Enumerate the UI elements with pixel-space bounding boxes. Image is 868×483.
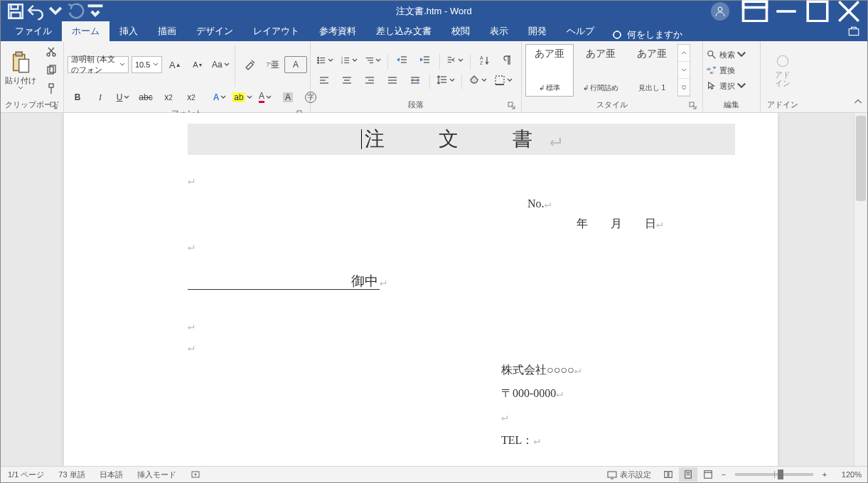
style-heading1[interactable]: あア亜 見出し 1	[628, 44, 676, 97]
ribbon-collapse-button[interactable]	[853, 97, 863, 109]
status-page[interactable]: 1/1 ページ	[1, 470, 51, 480]
svg-point-85	[777, 55, 788, 66]
redo-button[interactable]	[66, 2, 85, 21]
subscript-button[interactable]: x2	[158, 89, 179, 106]
macro-record-icon[interactable]	[183, 469, 208, 480]
ribbon-display-button[interactable]	[739, 1, 771, 22]
styles-gallery-scroll[interactable]	[677, 44, 690, 97]
tab-view[interactable]: 表示	[480, 21, 518, 41]
status-lang[interactable]: 日本語	[92, 470, 130, 480]
tab-design[interactable]: デザイン	[186, 21, 243, 41]
status-bar: 1/1 ページ 73 単語 日本語 挿入モード 表示設定 − + 120%	[1, 466, 867, 482]
undo-dropdown[interactable]	[46, 2, 65, 21]
decrease-indent-button[interactable]	[392, 52, 413, 69]
tab-references[interactable]: 参考資料	[309, 21, 366, 41]
strikethrough-button[interactable]: abc	[135, 89, 156, 106]
bold-button[interactable]: B	[67, 89, 88, 106]
format-painter-button[interactable]	[42, 82, 60, 96]
justify-button[interactable]	[382, 72, 403, 89]
distribute-button[interactable]	[404, 72, 426, 89]
onchu-line[interactable]: 御中↵	[188, 272, 387, 290]
style-normal[interactable]: あア亜 ↲ 標準	[525, 44, 574, 97]
align-center-button[interactable]	[336, 72, 358, 89]
tab-mailings[interactable]: 差し込み文書	[366, 21, 441, 41]
svg-rect-93	[704, 471, 712, 479]
styles-launcher[interactable]	[689, 102, 697, 110]
borders-button[interactable]	[491, 72, 515, 89]
find-button[interactable]: 検索	[707, 48, 756, 62]
align-right-button[interactable]	[359, 72, 380, 89]
clear-format-button[interactable]	[239, 56, 260, 73]
increase-indent-button[interactable]	[414, 52, 436, 69]
tab-developer[interactable]: 開発	[518, 21, 557, 41]
style-nospacing[interactable]: あア亜 ↲ 行間詰め	[577, 44, 625, 97]
print-layout-button[interactable]	[679, 467, 697, 482]
scroll-thumb[interactable]	[856, 116, 866, 201]
read-mode-button[interactable]	[659, 467, 677, 482]
tab-insert[interactable]: 挿入	[109, 21, 148, 41]
save-button[interactable]	[6, 2, 25, 21]
shrink-font-button[interactable]: A▼	[187, 56, 208, 73]
phonetic-guide-button[interactable]: ア亜	[262, 56, 283, 73]
tab-file[interactable]: ファイル	[5, 21, 62, 41]
close-button[interactable]	[833, 1, 864, 22]
multilevel-button[interactable]	[362, 52, 385, 69]
tab-home[interactable]: ホーム	[62, 21, 109, 41]
document-area[interactable]: 注 文 書↵ ↵ No.↵ 年 月 日↵ ↵ 御中↵ ↵ ↵ 株式会社○○○○↵…	[1, 113, 867, 466]
zoom-in-button[interactable]: +	[819, 469, 830, 480]
maximize-button[interactable]	[802, 1, 833, 22]
account-avatar[interactable]	[711, 2, 729, 21]
bullets-button[interactable]	[314, 52, 336, 69]
line-spacing-button[interactable]	[434, 72, 458, 89]
group-paragraph: 123 AZ	[311, 41, 522, 112]
font-size-combo[interactable]: 10.5	[132, 56, 162, 73]
web-layout-button[interactable]	[699, 467, 717, 482]
minimize-button[interactable]	[771, 1, 802, 22]
svg-point-31	[318, 60, 319, 61]
grow-font-button[interactable]: A▲	[164, 56, 186, 73]
vertical-scrollbar[interactable]	[854, 113, 867, 466]
clipboard-launcher[interactable]	[50, 102, 58, 110]
align-left-button[interactable]	[314, 72, 335, 89]
doc-title[interactable]: 注 文 書↵	[188, 124, 735, 155]
tab-layout[interactable]: レイアウト	[243, 21, 309, 41]
tab-help[interactable]: ヘルプ	[557, 21, 604, 41]
zoom-out-button[interactable]: −	[718, 469, 729, 480]
italic-button[interactable]: I	[90, 89, 111, 106]
group-addin: アド イン アドイン	[761, 41, 805, 112]
tab-draw[interactable]: 描画	[148, 21, 186, 41]
select-button[interactable]: 選択	[707, 79, 756, 93]
font-color-button[interactable]: A	[254, 89, 276, 106]
char-shading-button[interactable]: A	[277, 89, 299, 106]
copy-button[interactable]	[42, 63, 60, 77]
paste-button[interactable]: 貼り付け	[3, 43, 38, 98]
zoom-percent[interactable]: 120%	[830, 470, 867, 479]
underline-button[interactable]: U	[112, 89, 134, 106]
status-mode[interactable]: 挿入モード	[130, 470, 183, 480]
cut-button[interactable]	[42, 45, 60, 59]
text-effects-button[interactable]: A	[209, 89, 230, 106]
status-words[interactable]: 73 単語	[51, 470, 92, 480]
undo-button[interactable]	[26, 2, 45, 21]
sort-button[interactable]: AZ	[474, 52, 495, 69]
tab-review[interactable]: 校閲	[441, 21, 480, 41]
font-name-combo[interactable]: 游明朝 (本文のフォン	[68, 56, 129, 73]
qat-customize-button[interactable]	[86, 2, 105, 21]
zoom-knob[interactable]	[778, 470, 783, 479]
tell-me[interactable]: 何をしますか	[604, 28, 690, 41]
display-settings-button[interactable]: 表示設定	[600, 470, 658, 480]
char-border-button[interactable]: A	[284, 56, 307, 73]
show-marks-button[interactable]	[497, 52, 518, 69]
addin-button[interactable]: アド イン	[763, 43, 803, 98]
replace-button[interactable]: abac置換	[707, 63, 756, 77]
share-button[interactable]	[847, 25, 860, 40]
highlight-button[interactable]: ab	[232, 89, 253, 106]
zoom-slider[interactable]	[735, 473, 813, 476]
numbering-button[interactable]: 123	[338, 52, 360, 69]
paragraph-launcher[interactable]	[508, 102, 516, 110]
page[interactable]: 注 文 書↵ ↵ No.↵ 年 月 日↵ ↵ 御中↵ ↵ ↵ 株式会社○○○○↵…	[64, 113, 778, 466]
superscript-button[interactable]: x2	[181, 89, 202, 106]
shading-button[interactable]	[466, 72, 490, 89]
asian-layout-button[interactable]	[444, 52, 466, 69]
change-case-button[interactable]: Aa	[210, 56, 231, 73]
